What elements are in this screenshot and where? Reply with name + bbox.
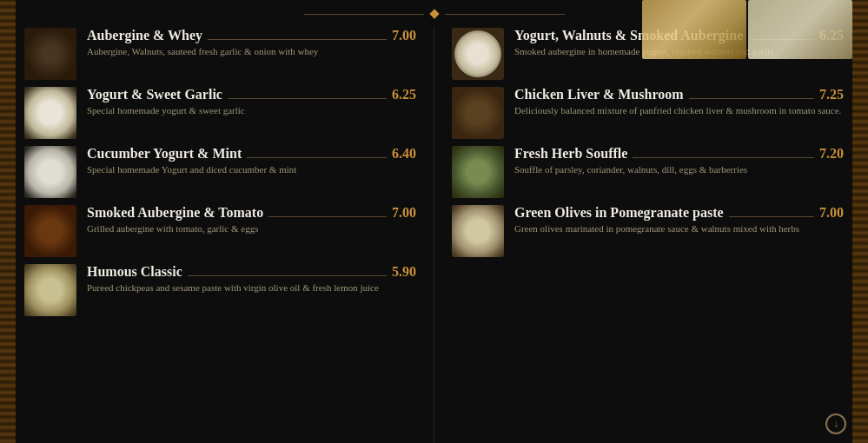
item-description: Souffle of parsley, coriander, walnuts, … — [514, 163, 844, 176]
item-header: Chicken Liver & Mushroom7.25 — [514, 87, 844, 102]
dish-image — [24, 28, 76, 80]
item-price: 7.00 — [392, 205, 416, 221]
item-header: Fresh Herb Souffle7.20 — [514, 146, 844, 162]
item-name: Humous Classic — [87, 264, 182, 280]
item-name: Fresh Herb Souffle — [514, 146, 627, 162]
item-name: Smoked Aubergine & Tomato — [87, 205, 263, 221]
diamond-icon — [429, 9, 439, 18]
header-food-image-1 — [642, 0, 746, 59]
dish-image — [452, 87, 504, 139]
right-border — [852, 0, 868, 443]
item-description: Green olives marinated in pomegranate sa… — [514, 222, 844, 235]
menu-item: Yogurt & Sweet Garlic6.25Special homemad… — [24, 87, 416, 139]
header — [16, 0, 852, 28]
item-name: Cucumber Yogurt & Mint — [87, 146, 242, 162]
item-image — [24, 87, 76, 139]
item-info: Smoked Aubergine & Tomato7.00Grilled aub… — [87, 205, 416, 235]
right-column: Yogurt, Walnuts & Smoked Aubergine6.25Sm… — [434, 28, 852, 443]
menu-item: Green Olives in Pomegranate paste7.00Gre… — [452, 205, 844, 257]
item-image — [452, 28, 504, 80]
item-dots — [729, 216, 814, 217]
item-image — [452, 205, 504, 257]
item-price: 6.25 — [392, 87, 416, 102]
dish-image — [454, 30, 501, 77]
dish-image — [24, 264, 76, 316]
menu-item: Humous Classic5.90Pureed chickpeas and s… — [24, 264, 416, 316]
item-dots — [268, 216, 387, 217]
menu-item: Chicken Liver & Mushroom7.25Deliciously … — [452, 87, 844, 139]
main-container: Aubergine & Whey7.00Aubergine, Walnuts, … — [16, 0, 852, 443]
item-description: Deliciously balanced mixture of panfried… — [514, 104, 844, 117]
header-food-image-2 — [748, 0, 852, 59]
item-dots — [228, 98, 387, 99]
item-price: 7.25 — [819, 87, 844, 102]
item-name: Green Olives in Pomegranate paste — [514, 205, 724, 221]
item-description: Aubergine, Walnuts, sauteed fresh garlic… — [87, 45, 416, 58]
item-image — [452, 87, 504, 139]
item-image — [24, 264, 76, 316]
item-header: Aubergine & Whey7.00 — [87, 28, 416, 43]
item-image — [24, 146, 76, 198]
menu-item: Smoked Aubergine & Tomato7.00Grilled aub… — [24, 205, 416, 257]
item-header: Green Olives in Pomegranate paste7.00 — [514, 205, 844, 221]
item-name: Aubergine & Whey — [87, 28, 202, 43]
item-info: Humous Classic5.90Pureed chickpeas and s… — [87, 264, 416, 294]
item-image — [24, 28, 76, 80]
item-image — [452, 146, 504, 198]
menu-item: Fresh Herb Souffle7.20Souffle of parsley… — [452, 146, 844, 198]
item-price: 7.00 — [392, 28, 416, 43]
item-header: Yogurt & Sweet Garlic6.25 — [87, 87, 416, 102]
item-dots — [188, 275, 387, 276]
item-image — [24, 205, 76, 257]
item-header: Smoked Aubergine & Tomato7.00 — [87, 205, 416, 221]
left-border — [0, 0, 16, 443]
item-info: Cucumber Yogurt & Mint6.40Special homema… — [87, 146, 416, 176]
item-dots — [689, 98, 814, 99]
menu-item: Cucumber Yogurt & Mint6.40Special homema… — [24, 146, 416, 198]
divider — [304, 10, 565, 17]
scroll-indicator[interactable]: ↓ — [825, 413, 846, 434]
dish-image — [24, 87, 76, 139]
item-price: 5.90 — [392, 264, 416, 280]
left-column: Aubergine & Whey7.00Aubergine, Walnuts, … — [16, 28, 434, 443]
item-price: 7.20 — [819, 146, 844, 162]
item-info: Fresh Herb Souffle7.20Souffle of parsley… — [514, 146, 844, 176]
item-price: 6.40 — [392, 146, 416, 162]
item-description: Special homemade yogurt & sweet garlic — [87, 104, 416, 117]
item-dots — [633, 157, 814, 158]
dish-image — [24, 205, 76, 257]
content-area: Aubergine & Whey7.00Aubergine, Walnuts, … — [16, 28, 852, 443]
item-dots — [208, 39, 387, 40]
header-images — [640, 0, 852, 61]
dish-image — [24, 146, 76, 198]
item-header: Cucumber Yogurt & Mint6.40 — [87, 146, 416, 162]
item-info: Yogurt & Sweet Garlic6.25Special homemad… — [87, 87, 416, 117]
item-header: Humous Classic5.90 — [87, 264, 416, 280]
item-name: Yogurt & Sweet Garlic — [87, 87, 222, 102]
item-description: Grilled aubergine with tomato, garlic & … — [87, 222, 416, 235]
item-description: Special homemade Yogurt and diced cucumb… — [87, 163, 416, 176]
menu-item: Aubergine & Whey7.00Aubergine, Walnuts, … — [24, 28, 416, 80]
item-description: Pureed chickpeas and sesame paste with v… — [87, 281, 416, 294]
dish-image — [452, 146, 504, 198]
item-info: Green Olives in Pomegranate paste7.00Gre… — [514, 205, 844, 235]
dish-image — [452, 205, 504, 257]
item-info: Aubergine & Whey7.00Aubergine, Walnuts, … — [87, 28, 416, 58]
item-name: Chicken Liver & Mushroom — [514, 87, 684, 102]
item-price: 7.00 — [819, 205, 844, 221]
item-info: Chicken Liver & Mushroom7.25Deliciously … — [514, 87, 844, 117]
item-dots — [247, 157, 387, 158]
